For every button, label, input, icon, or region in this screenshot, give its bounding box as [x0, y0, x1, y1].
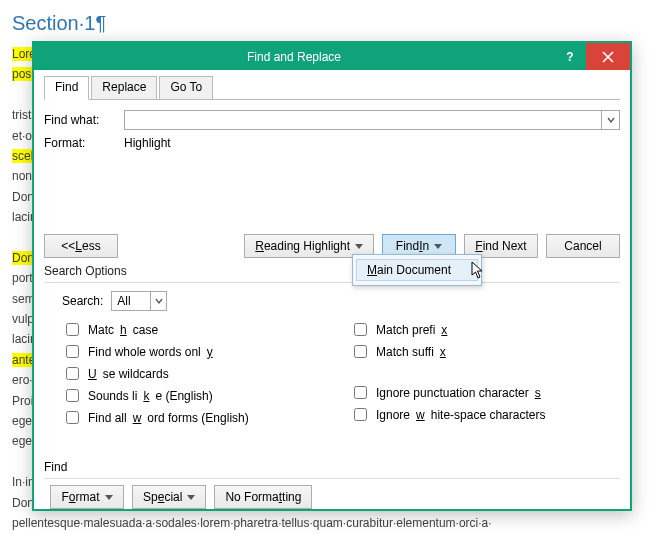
ignore-punctuation-checkbox[interactable]: Ignore punctuation characters	[350, 383, 620, 402]
tab-replace[interactable]: Replace	[91, 76, 157, 99]
search-direction-select[interactable]: All	[111, 291, 167, 311]
chevron-down-icon[interactable]	[601, 111, 619, 129]
help-icon[interactable]: ?	[554, 43, 586, 70]
ignore-whitespace-checkbox[interactable]: Ignore white-space characters	[350, 405, 620, 424]
match-case-checkbox[interactable]: Match case	[62, 320, 332, 339]
find-what-input[interactable]	[124, 110, 620, 130]
whole-words-checkbox[interactable]: Find whole words only	[62, 342, 332, 361]
no-formatting-button[interactable]: No Formatting	[214, 485, 312, 509]
chevron-down-icon[interactable]	[150, 292, 166, 310]
cancel-button[interactable]: Cancel	[546, 234, 620, 258]
format-value: Highlight	[124, 136, 171, 150]
wildcards-checkbox[interactable]: Use wildcards	[62, 364, 332, 383]
dialog-tabs: Find Replace Go To	[44, 76, 620, 100]
close-icon[interactable]	[586, 43, 630, 70]
word-forms-checkbox[interactable]: Find all word forms (English)	[62, 408, 332, 427]
find-footer-label: Find	[44, 460, 620, 474]
sounds-like-checkbox[interactable]: Sounds like (English)	[62, 386, 332, 405]
match-prefix-checkbox[interactable]: Match prefix	[350, 320, 620, 339]
find-what-label: Find what:	[44, 113, 124, 127]
find-in-menu: Main Document	[352, 254, 482, 286]
format-button[interactable]: Format	[50, 485, 124, 509]
main-document-menu-item[interactable]: Main Document	[356, 259, 478, 281]
section-heading: Section·1¶	[12, 6, 638, 40]
special-button[interactable]: Special	[132, 485, 206, 509]
tab-goto[interactable]: Go To	[159, 76, 213, 99]
search-options-label: Search Options	[44, 264, 620, 278]
search-direction-label: Search:	[62, 294, 103, 308]
dialog-titlebar[interactable]: Find and Replace ?	[34, 43, 630, 70]
find-replace-dialog: Find and Replace ? Find Replace Go To Fi…	[32, 41, 632, 511]
dialog-title: Find and Replace	[34, 50, 554, 64]
format-label: Format:	[44, 136, 124, 150]
less-button[interactable]: << Less	[44, 234, 118, 258]
match-suffix-checkbox[interactable]: Match suffix	[350, 342, 620, 361]
tab-find[interactable]: Find	[44, 76, 89, 100]
